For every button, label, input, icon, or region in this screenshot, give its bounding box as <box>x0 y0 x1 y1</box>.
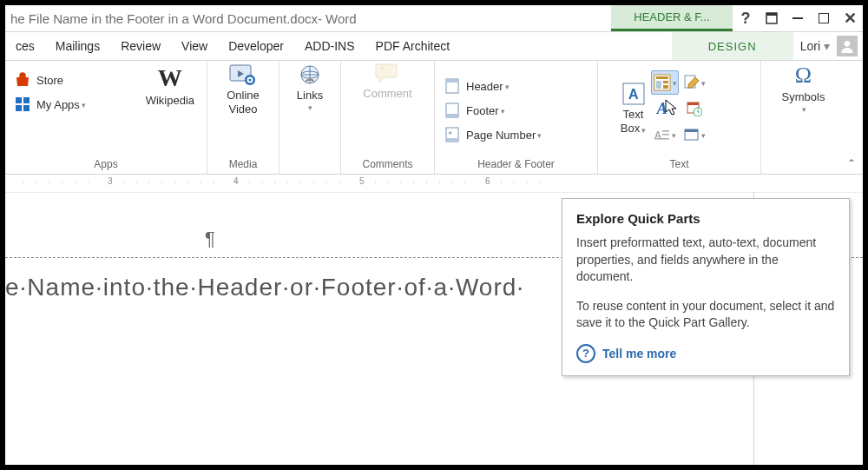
symbols-button[interactable]: Ω Symbols ▾ <box>782 63 825 113</box>
tab-addins[interactable]: ADD-INS <box>294 32 365 60</box>
app-name: Word <box>326 11 357 26</box>
date-time-button[interactable] <box>681 96 708 121</box>
svg-text:✦: ✦ <box>379 64 385 72</box>
wordart-icon: A <box>657 100 667 118</box>
svg-rect-25 <box>656 76 668 79</box>
svg-rect-35 <box>662 134 669 136</box>
svg-rect-34 <box>662 130 669 132</box>
account-menu[interactable]: Lori ▾ <box>793 39 837 53</box>
apps-icon <box>14 96 31 113</box>
group-label-comments: Comments <box>346 155 429 174</box>
avatar-icon <box>840 39 854 53</box>
group-label-text: Text <box>603 155 755 174</box>
comment-button: ✦ Comment <box>363 63 411 101</box>
header-dropdown[interactable]: Header ▾ <box>440 74 513 98</box>
tab-view[interactable]: View <box>171 32 218 60</box>
window-title: he File Name in the Footer in a Word Doc… <box>5 5 611 31</box>
quick-parts-icon <box>654 74 671 91</box>
store-icon <box>14 71 31 89</box>
svg-rect-6 <box>23 105 30 111</box>
tab-design[interactable]: DESIGN <box>672 32 793 60</box>
store-button[interactable]: Store <box>10 68 139 92</box>
page-number-icon: # <box>444 126 461 143</box>
header-icon <box>444 77 461 95</box>
svg-rect-4 <box>23 97 30 103</box>
collapse-ribbon-button[interactable]: ⌃ <box>847 157 856 169</box>
tooltip-title: Explore Quick Parts <box>576 211 835 226</box>
svg-rect-3 <box>16 97 22 103</box>
svg-point-11 <box>248 79 251 82</box>
svg-rect-28 <box>663 85 668 89</box>
svg-point-2 <box>845 41 851 47</box>
my-apps-button[interactable]: My Apps ▾ <box>10 92 139 116</box>
text-box-icon: A <box>621 82 646 106</box>
wordart-button[interactable]: A ▾ <box>651 96 679 121</box>
links-button[interactable]: Links ▾ <box>297 63 323 111</box>
group-label-media: Media <box>213 155 273 174</box>
close-button[interactable]: ✕ <box>837 5 863 31</box>
svg-rect-1 <box>766 13 777 16</box>
svg-rect-31 <box>687 103 699 105</box>
tell-me-more-link[interactable]: ? Tell me more <box>576 344 835 363</box>
minimize-icon <box>792 17 803 19</box>
tooltip-quick-parts: Explore Quick Parts Insert preformatted … <box>562 198 850 376</box>
drop-cap-icon: A <box>654 128 670 142</box>
quick-parts-button[interactable]: ▾ <box>651 70 679 95</box>
page-number-dropdown[interactable]: # Page Number ▾ <box>440 122 545 147</box>
svg-text:A: A <box>628 87 639 102</box>
online-video-button[interactable]: Online Video <box>227 63 260 116</box>
wikipedia-button[interactable]: W Wikipedia <box>139 63 201 108</box>
group-label-header-footer: Header & Footer <box>440 155 592 174</box>
ruler[interactable]: ······ 3 ········ 4 ········ 5 ········ … <box>5 175 863 193</box>
signature-icon <box>684 75 700 90</box>
drop-cap-button[interactable]: A ▾ <box>651 122 679 147</box>
help-icon: ? <box>576 344 595 363</box>
group-label-apps: Apps <box>10 155 201 174</box>
svg-rect-21 <box>446 138 458 142</box>
comment-icon: ✦ <box>374 63 400 85</box>
object-icon <box>684 128 700 142</box>
tooltip-p2: To reuse content in your document, selec… <box>576 298 835 332</box>
doc-title: he File Name in the Footer in a Word Doc… <box>10 11 318 26</box>
tooltip-p1: Insert preformatted text, auto-text, doc… <box>576 235 835 286</box>
user-name: Lori <box>800 39 820 53</box>
footer-icon <box>444 102 461 119</box>
svg-rect-16 <box>446 79 458 83</box>
minimize-button[interactable] <box>785 5 811 31</box>
tab-references-partial[interactable]: ces <box>5 32 45 60</box>
svg-rect-38 <box>685 129 698 132</box>
wikipedia-icon: W <box>158 64 182 92</box>
svg-rect-27 <box>663 81 668 83</box>
group-label-symbols <box>766 167 840 174</box>
svg-rect-36 <box>654 138 669 140</box>
object-button[interactable]: ▾ <box>681 122 708 147</box>
date-time-icon <box>687 101 702 116</box>
restore-icon <box>819 13 829 23</box>
signature-line-button[interactable]: ▾ <box>681 70 708 95</box>
tab-review[interactable]: Review <box>110 32 171 60</box>
tab-mailings[interactable]: Mailings <box>45 32 110 60</box>
svg-rect-26 <box>656 81 661 89</box>
avatar[interactable] <box>837 36 858 56</box>
video-icon <box>229 63 257 87</box>
ribbon-display-options[interactable] <box>759 5 785 31</box>
close-icon: ✕ <box>844 10 857 26</box>
context-tab-header-footer[interactable]: HEADER & F... <box>611 5 733 31</box>
group-label-links <box>285 167 335 174</box>
restore-button[interactable] <box>811 5 837 31</box>
svg-rect-5 <box>16 105 22 111</box>
help-button[interactable]: ? <box>733 5 759 31</box>
link-icon <box>298 63 322 87</box>
footer-dropdown[interactable]: Footer ▾ <box>440 98 509 122</box>
omega-icon: Ω <box>795 63 812 89</box>
text-box-button[interactable]: A Text Box▾ <box>621 82 646 135</box>
tab-developer[interactable]: Developer <box>218 32 294 60</box>
svg-rect-18 <box>446 114 458 117</box>
tab-pdf-architect[interactable]: PDF Architect <box>365 32 461 60</box>
